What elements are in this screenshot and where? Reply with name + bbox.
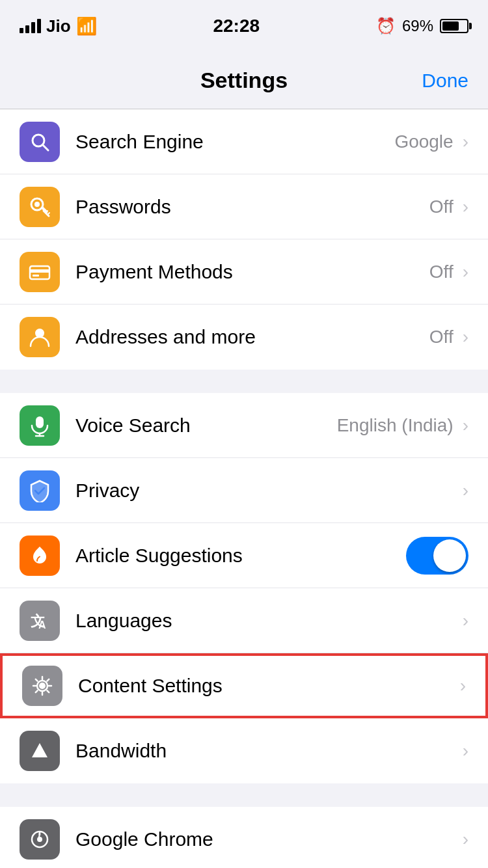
- settings-row-voice-search[interactable]: Voice Search English (India) ›: [0, 393, 488, 458]
- status-bar: Jio 📶 22:28 ⏰ 69%: [0, 0, 488, 52]
- settings-row-google-chrome[interactable]: i Google Chrome ›: [0, 807, 488, 868]
- status-right: ⏰ 69%: [376, 17, 468, 35]
- toggle-knob: [433, 539, 466, 572]
- battery-percent: 69%: [402, 17, 433, 35]
- wifi-icon: 📶: [76, 16, 97, 36]
- settings-group-3: i Google Chrome ›: [0, 807, 488, 868]
- google-chrome-label: Google Chrome: [75, 828, 454, 850]
- settings-row-content-settings[interactable]: Content Settings ›: [0, 653, 488, 718]
- article-suggestions-label: Article Suggestions: [75, 545, 406, 567]
- page-title: Settings: [200, 68, 288, 93]
- group-divider-2: [0, 783, 488, 807]
- settings-row-payment-methods[interactable]: Payment Methods Off ›: [0, 239, 488, 305]
- settings-row-search-engine[interactable]: Search Engine Google ›: [0, 109, 488, 174]
- svg-text:A: A: [38, 619, 46, 631]
- time-display: 22:28: [213, 16, 260, 36]
- svg-line-7: [47, 213, 49, 215]
- content-settings-chevron: ›: [460, 675, 466, 696]
- carrier-label: Jio: [46, 16, 71, 36]
- group-divider-1: [0, 370, 488, 393]
- content-settings-label: Content Settings: [78, 675, 451, 697]
- passwords-icon: [20, 187, 60, 227]
- svg-text:i: i: [38, 832, 40, 843]
- svg-point-4: [34, 202, 40, 207]
- settings-row-bandwidth[interactable]: Bandwidth ›: [0, 718, 488, 783]
- settings-row-article-suggestions[interactable]: Article Suggestions: [0, 523, 488, 588]
- addresses-label: Addresses and more: [75, 326, 429, 348]
- svg-rect-10: [33, 275, 39, 277]
- bandwidth-label: Bandwidth: [75, 740, 454, 762]
- article-suggestions-toggle[interactable]: [406, 537, 468, 575]
- signal-bars: [20, 19, 41, 33]
- voice-search-chevron: ›: [463, 415, 468, 436]
- battery-icon: [440, 19, 468, 33]
- google-chrome-icon: i: [20, 819, 60, 860]
- passwords-label: Passwords: [75, 196, 429, 218]
- settings-row-passwords[interactable]: Passwords Off ›: [0, 174, 488, 239]
- voice-search-value: English (India): [337, 415, 454, 436]
- signal-bar-4: [37, 19, 41, 33]
- bandwidth-chevron: ›: [463, 740, 468, 761]
- nav-bar: Settings Done: [0, 52, 488, 109]
- payment-methods-label: Payment Methods: [75, 261, 429, 283]
- google-chrome-chevron: ›: [463, 829, 468, 850]
- done-button[interactable]: Done: [422, 70, 468, 92]
- languages-chevron: ›: [463, 610, 468, 631]
- settings-group-1: Search Engine Google › Passwords Off ›: [0, 109, 488, 370]
- payment-methods-chevron: ›: [463, 262, 468, 282]
- signal-bar-1: [20, 28, 23, 33]
- svg-line-1: [43, 145, 48, 150]
- languages-label: Languages: [75, 610, 454, 632]
- content-settings-icon: [22, 666, 62, 706]
- settings-row-languages[interactable]: 文 A Languages ›: [0, 588, 488, 653]
- payment-methods-value: Off: [429, 262, 454, 282]
- svg-point-17: [39, 683, 46, 689]
- voice-search-label: Voice Search: [75, 414, 337, 437]
- passwords-chevron: ›: [463, 197, 468, 217]
- privacy-chevron: ›: [463, 480, 468, 501]
- voice-search-icon: [20, 405, 60, 446]
- search-engine-value: Google: [394, 131, 453, 152]
- passwords-value: Off: [429, 197, 454, 217]
- addresses-icon: [20, 317, 60, 357]
- settings-row-privacy[interactable]: Privacy ›: [0, 458, 488, 523]
- search-engine-chevron: ›: [463, 131, 468, 152]
- signal-bar-3: [31, 22, 35, 33]
- languages-icon: 文 A: [20, 601, 60, 641]
- payment-methods-icon: [20, 252, 60, 292]
- article-suggestions-icon: [20, 536, 60, 576]
- addresses-value: Off: [429, 327, 454, 347]
- svg-rect-9: [30, 269, 49, 273]
- battery-fill: [442, 21, 459, 31]
- settings-group-2: Voice Search English (India) › Privacy ›…: [0, 393, 488, 783]
- settings-row-addresses[interactable]: Addresses and more Off ›: [0, 305, 488, 370]
- bandwidth-icon: [20, 731, 60, 771]
- alarm-icon: ⏰: [376, 17, 396, 35]
- privacy-label: Privacy: [75, 480, 454, 502]
- addresses-chevron: ›: [463, 327, 468, 347]
- svg-rect-12: [36, 416, 44, 428]
- privacy-icon: [20, 470, 60, 511]
- status-left: Jio 📶: [20, 16, 97, 36]
- search-engine-icon: [20, 122, 60, 162]
- search-engine-label: Search Engine: [75, 131, 394, 153]
- signal-bar-2: [25, 25, 29, 33]
